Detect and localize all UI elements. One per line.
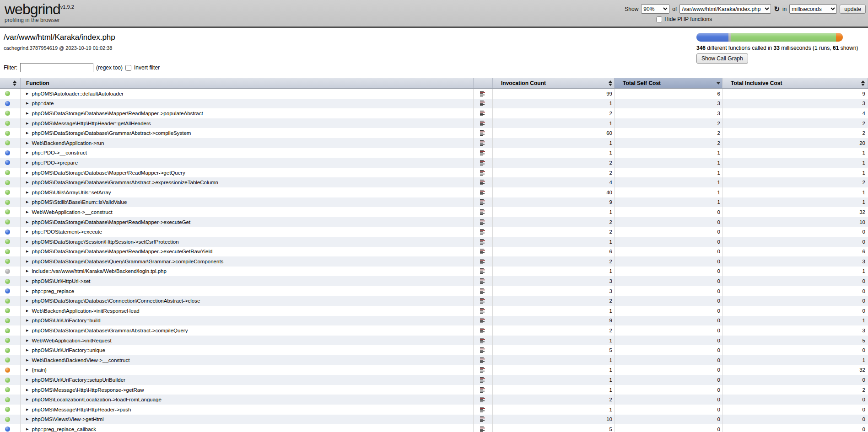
function-name[interactable]: {main}	[32, 367, 47, 373]
function-cell[interactable]: ▶phpOMS\DataStorage\Session\HttpSession-…	[21, 237, 474, 247]
show-call-graph-button[interactable]: Show Call Graph	[696, 53, 748, 64]
source-lines-icon[interactable]	[480, 199, 486, 205]
function-cell[interactable]: ▶phpOMS\Autoloader::defaultAutoloader	[21, 89, 474, 99]
source-lines-icon[interactable]	[480, 327, 486, 334]
header-invocation-count[interactable]: Invocation Count	[493, 78, 615, 88]
source-lines-icon[interactable]	[480, 189, 486, 196]
function-name[interactable]: phpOMS\DataStorage\Database\Connection\C…	[32, 298, 200, 304]
source-icon-cell[interactable]	[474, 197, 493, 208]
function-cell[interactable]: ▶phpOMS\DataStorage\Database\Mapper\Read…	[21, 108, 474, 118]
function-cell[interactable]: ▶Web\WebApplication->initRequest	[21, 336, 474, 346]
function-cell[interactable]: ▶phpOMS\DataStorage\Database\Connection\…	[21, 296, 474, 306]
function-cell[interactable]: ▶phpOMS\Uri\UriFactory::unique	[21, 345, 474, 355]
source-lines-icon[interactable]	[480, 239, 486, 245]
function-name[interactable]: phpOMS\DataStorage\Database\GrammarAbstr…	[32, 130, 191, 136]
source-icon-cell[interactable]	[474, 424, 493, 432]
function-name[interactable]: php::date	[32, 101, 54, 106]
filter-input[interactable]	[20, 63, 93, 72]
function-name[interactable]: phpOMS\DataStorage\Database\Mapper\ReadM…	[32, 170, 185, 176]
function-cell[interactable]: ▶{main}	[21, 365, 474, 375]
source-lines-icon[interactable]	[480, 337, 486, 344]
function-cell[interactable]: ▶include::/var/www/html/Karaka/Web/Backe…	[21, 267, 474, 277]
function-name[interactable]: phpOMS\Stdlib\Base\Enum::isValidValue	[32, 199, 127, 205]
source-lines-icon[interactable]	[480, 160, 486, 166]
source-icon-cell[interactable]	[474, 345, 493, 355]
function-cell[interactable]: ▶php::PDOStatement->execute	[21, 227, 474, 237]
source-icon-cell[interactable]	[474, 286, 493, 296]
expand-arrow-icon[interactable]: ▶	[26, 289, 28, 293]
source-icon-cell[interactable]	[474, 138, 493, 148]
function-cell[interactable]: ▶phpOMS\Localization\Localization->loadF…	[21, 395, 474, 405]
source-icon-cell[interactable]	[474, 316, 493, 326]
function-name[interactable]: php::preg_replace	[32, 288, 74, 294]
sort-both-icon[interactable]	[861, 80, 865, 86]
show-percent-select[interactable]: 90%	[641, 4, 669, 14]
source-icon-cell[interactable]	[474, 405, 493, 415]
source-lines-icon[interactable]	[480, 387, 486, 393]
source-lines-icon[interactable]	[480, 219, 486, 225]
function-cell[interactable]: ▶php::preg_replace_callback	[21, 424, 474, 432]
expand-arrow-icon[interactable]: ▶	[26, 358, 28, 362]
function-name[interactable]: phpOMS\Message\Http\HttpHeader->push	[32, 407, 131, 412]
function-cell[interactable]: ▶phpOMS\DataStorage\Database\Mapper\Read…	[21, 168, 474, 178]
source-icon-cell[interactable]	[474, 276, 493, 286]
source-icon-cell[interactable]	[474, 375, 493, 385]
source-lines-icon[interactable]	[480, 149, 486, 156]
source-lines-icon[interactable]	[480, 258, 486, 265]
function-cell[interactable]: ▶phpOMS\DataStorage\Database\GrammarAbst…	[21, 177, 474, 187]
expand-arrow-icon[interactable]: ▶	[26, 348, 28, 352]
sort-descending-icon[interactable]	[717, 82, 720, 85]
function-name[interactable]: phpOMS\DataStorage\Database\Query\Gramma…	[32, 259, 223, 264]
expand-arrow-icon[interactable]: ▶	[26, 309, 28, 313]
expand-arrow-icon[interactable]: ▶	[26, 191, 28, 194]
source-lines-icon[interactable]	[480, 416, 486, 422]
expand-arrow-icon[interactable]: ▶	[26, 427, 28, 431]
source-lines-icon[interactable]	[480, 396, 486, 403]
function-cell[interactable]: ▶php::PDO->__construct	[21, 148, 474, 158]
expand-arrow-icon[interactable]: ▶	[26, 161, 28, 165]
function-cell[interactable]: ▶phpOMS\Message\Http\HttpResponse->getRa…	[21, 385, 474, 395]
source-lines-icon[interactable]	[480, 179, 486, 186]
function-name[interactable]: phpOMS\Views\View->getHtml	[32, 416, 103, 422]
function-name[interactable]: phpOMS\DataStorage\Session\HttpSession->…	[32, 239, 178, 245]
function-cell[interactable]: ▶phpOMS\DataStorage\Database\GrammarAbst…	[21, 325, 474, 336]
expand-arrow-icon[interactable]: ▶	[26, 398, 28, 401]
source-icon-cell[interactable]	[474, 217, 493, 227]
expand-arrow-icon[interactable]: ▶	[26, 260, 28, 263]
expand-arrow-icon[interactable]: ▶	[26, 417, 28, 421]
source-lines-icon[interactable]	[480, 268, 486, 274]
source-icon-cell[interactable]	[474, 177, 493, 187]
expand-arrow-icon[interactable]: ▶	[26, 319, 28, 322]
header-function[interactable]: Function	[21, 78, 474, 88]
source-lines-icon[interactable]	[480, 120, 486, 127]
source-icon-cell[interactable]	[474, 227, 493, 237]
function-cell[interactable]: ▶phpOMS\Uri\HttpUri->set	[21, 276, 474, 286]
expand-arrow-icon[interactable]: ▶	[26, 181, 28, 184]
expand-arrow-icon[interactable]: ▶	[26, 151, 28, 155]
expand-arrow-icon[interactable]: ▶	[26, 408, 28, 411]
file-select[interactable]: /var/www/html/Karaka/index.php	[679, 4, 771, 14]
source-icon-cell[interactable]	[474, 187, 493, 197]
source-lines-icon[interactable]	[480, 308, 486, 314]
source-lines-icon[interactable]	[480, 229, 486, 235]
function-name[interactable]: phpOMS\DataStorage\Database\Mapper\ReadM…	[32, 249, 212, 254]
source-icon-cell[interactable]	[474, 207, 493, 217]
function-cell[interactable]: ▶phpOMS\DataStorage\Database\Query\Gramm…	[21, 256, 474, 267]
function-name[interactable]: Web\Backend\Application->initResponseHea…	[32, 308, 139, 314]
function-name[interactable]: phpOMS\DataStorage\Database\GrammarAbstr…	[32, 180, 218, 185]
expand-arrow-icon[interactable]: ▶	[26, 250, 28, 253]
expand-arrow-icon[interactable]: ▶	[26, 122, 28, 125]
expand-arrow-icon[interactable]: ▶	[26, 220, 28, 224]
function-cell[interactable]: ▶phpOMS\Utils\ArrayUtils::setArray	[21, 187, 474, 197]
function-name[interactable]: phpOMS\Uri\UriFactory::unique	[32, 347, 105, 353]
source-lines-icon[interactable]	[480, 100, 486, 107]
source-lines-icon[interactable]	[480, 130, 486, 136]
expand-arrow-icon[interactable]: ▶	[26, 131, 28, 135]
function-cell[interactable]: ▶phpOMS\Stdlib\Base\Enum::isValidValue	[21, 197, 474, 208]
expand-arrow-icon[interactable]: ▶	[26, 378, 28, 382]
source-lines-icon[interactable]	[480, 317, 486, 324]
source-lines-icon[interactable]	[480, 110, 486, 117]
unit-select[interactable]: milliseconds	[789, 4, 837, 14]
function-cell[interactable]: ▶phpOMS\Message\Http\HttpHeader->push	[21, 405, 474, 415]
source-icon-cell[interactable]	[474, 355, 493, 365]
